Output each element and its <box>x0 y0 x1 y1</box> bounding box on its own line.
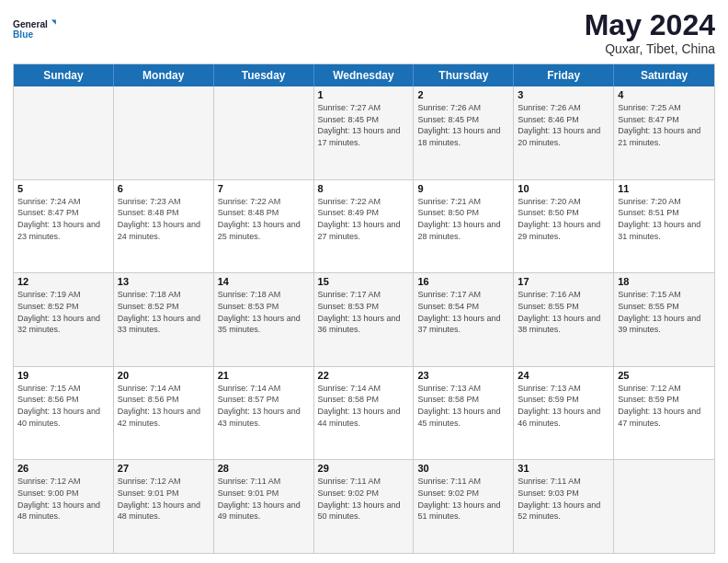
day-info: Sunrise: 7:12 AM Sunset: 9:01 PM Dayligh… <box>118 476 210 522</box>
calendar-header-row: SundayMondayTuesdayWednesdayThursdayFrid… <box>14 64 714 86</box>
day-info: Sunrise: 7:11 AM Sunset: 9:02 PM Dayligh… <box>417 476 509 522</box>
day-number: 14 <box>218 276 310 287</box>
day-number: 18 <box>618 276 711 287</box>
cal-cell: 30Sunrise: 7:11 AM Sunset: 9:02 PM Dayli… <box>414 460 514 553</box>
day-info: Sunrise: 7:18 AM Sunset: 8:52 PM Dayligh… <box>118 289 210 335</box>
cal-header-cell: Saturday <box>614 64 714 86</box>
cal-cell: 22Sunrise: 7:14 AM Sunset: 8:58 PM Dayli… <box>314 367 415 460</box>
cal-cell: 27Sunrise: 7:12 AM Sunset: 9:01 PM Dayli… <box>114 460 214 553</box>
cal-cell: 17Sunrise: 7:16 AM Sunset: 8:55 PM Dayli… <box>514 273 614 366</box>
cal-cell: 4Sunrise: 7:25 AM Sunset: 8:47 PM Daylig… <box>614 86 714 179</box>
cal-header-cell: Thursday <box>414 64 514 86</box>
day-number: 23 <box>417 370 509 381</box>
day-number: 21 <box>218 370 310 381</box>
cal-header-cell: Friday <box>514 64 614 86</box>
cal-header-cell: Sunday <box>14 64 114 86</box>
day-info: Sunrise: 7:16 AM Sunset: 8:55 PM Dayligh… <box>518 289 609 335</box>
cal-cell: 6Sunrise: 7:23 AM Sunset: 8:48 PM Daylig… <box>114 180 214 273</box>
day-number: 27 <box>118 463 210 474</box>
cal-header-cell: Wednesday <box>314 64 415 86</box>
day-info: Sunrise: 7:11 AM Sunset: 9:01 PM Dayligh… <box>218 476 310 522</box>
day-number: 20 <box>118 370 210 381</box>
day-info: Sunrise: 7:20 AM Sunset: 8:50 PM Dayligh… <box>518 196 609 242</box>
day-info: Sunrise: 7:21 AM Sunset: 8:50 PM Dayligh… <box>417 196 509 242</box>
cal-header-cell: Monday <box>114 64 214 86</box>
day-info: Sunrise: 7:25 AM Sunset: 8:47 PM Dayligh… <box>618 102 711 148</box>
cal-cell: 5Sunrise: 7:24 AM Sunset: 8:47 PM Daylig… <box>14 180 114 273</box>
cal-cell: 16Sunrise: 7:17 AM Sunset: 8:54 PM Dayli… <box>414 273 514 366</box>
day-info: Sunrise: 7:24 AM Sunset: 8:47 PM Dayligh… <box>17 196 109 242</box>
cal-cell: 9Sunrise: 7:21 AM Sunset: 8:50 PM Daylig… <box>414 180 514 273</box>
day-info: Sunrise: 7:13 AM Sunset: 8:59 PM Dayligh… <box>518 383 609 429</box>
cal-row: 5Sunrise: 7:24 AM Sunset: 8:47 PM Daylig… <box>14 180 714 274</box>
day-number: 9 <box>417 183 509 194</box>
day-number: 1 <box>318 89 410 100</box>
cal-cell: 12Sunrise: 7:19 AM Sunset: 8:52 PM Dayli… <box>14 273 114 366</box>
day-number: 2 <box>417 89 509 100</box>
cal-header-cell: Tuesday <box>214 64 314 86</box>
day-info: Sunrise: 7:11 AM Sunset: 9:03 PM Dayligh… <box>518 476 609 522</box>
cal-cell <box>114 86 214 179</box>
day-info: Sunrise: 7:23 AM Sunset: 8:48 PM Dayligh… <box>118 196 210 242</box>
cal-cell <box>614 460 714 553</box>
title-block: May 2024 Quxar, Tibet, China <box>585 9 715 56</box>
cal-cell: 14Sunrise: 7:18 AM Sunset: 8:53 PM Dayli… <box>214 273 314 366</box>
page: General Blue May 2024 Quxar, Tibet, Chin… <box>0 0 728 563</box>
subtitle: Quxar, Tibet, China <box>585 41 715 56</box>
day-number: 29 <box>318 463 410 474</box>
cal-cell: 7Sunrise: 7:22 AM Sunset: 8:48 PM Daylig… <box>214 180 314 273</box>
calendar-body: 1Sunrise: 7:27 AM Sunset: 8:45 PM Daylig… <box>14 86 714 553</box>
day-number: 19 <box>17 370 109 381</box>
day-number: 22 <box>318 370 410 381</box>
main-title: May 2024 <box>585 9 715 41</box>
cal-cell: 26Sunrise: 7:12 AM Sunset: 9:00 PM Dayli… <box>14 460 114 553</box>
day-number: 17 <box>518 276 609 287</box>
cal-row: 1Sunrise: 7:27 AM Sunset: 8:45 PM Daylig… <box>14 86 714 180</box>
cal-cell: 2Sunrise: 7:26 AM Sunset: 8:45 PM Daylig… <box>414 86 514 179</box>
cal-cell: 29Sunrise: 7:11 AM Sunset: 9:02 PM Dayli… <box>314 460 415 553</box>
day-info: Sunrise: 7:15 AM Sunset: 8:56 PM Dayligh… <box>17 383 109 429</box>
day-number: 15 <box>318 276 410 287</box>
day-info: Sunrise: 7:22 AM Sunset: 8:49 PM Dayligh… <box>318 196 410 242</box>
day-number: 12 <box>17 276 109 287</box>
day-number: 25 <box>618 370 711 381</box>
day-number: 30 <box>417 463 509 474</box>
svg-text:General: General <box>13 19 48 29</box>
cal-cell: 31Sunrise: 7:11 AM Sunset: 9:03 PM Dayli… <box>514 460 614 553</box>
day-info: Sunrise: 7:11 AM Sunset: 9:02 PM Dayligh… <box>318 476 410 522</box>
day-number: 16 <box>417 276 509 287</box>
day-info: Sunrise: 7:26 AM Sunset: 8:46 PM Dayligh… <box>518 102 609 148</box>
day-info: Sunrise: 7:22 AM Sunset: 8:48 PM Dayligh… <box>218 196 310 242</box>
day-info: Sunrise: 7:13 AM Sunset: 8:58 PM Dayligh… <box>417 383 509 429</box>
day-number: 24 <box>518 370 609 381</box>
cal-row: 26Sunrise: 7:12 AM Sunset: 9:00 PM Dayli… <box>14 460 714 553</box>
cal-cell: 18Sunrise: 7:15 AM Sunset: 8:55 PM Dayli… <box>614 273 714 366</box>
cal-cell: 25Sunrise: 7:12 AM Sunset: 8:59 PM Dayli… <box>614 367 714 460</box>
day-number: 6 <box>118 183 210 194</box>
day-number: 8 <box>318 183 410 194</box>
day-info: Sunrise: 7:14 AM Sunset: 8:58 PM Dayligh… <box>318 383 410 429</box>
cal-cell <box>214 86 314 179</box>
day-info: Sunrise: 7:20 AM Sunset: 8:51 PM Dayligh… <box>618 196 711 242</box>
cal-cell: 3Sunrise: 7:26 AM Sunset: 8:46 PM Daylig… <box>514 86 614 179</box>
day-number: 28 <box>218 463 310 474</box>
cal-cell: 21Sunrise: 7:14 AM Sunset: 8:57 PM Dayli… <box>214 367 314 460</box>
cal-cell: 11Sunrise: 7:20 AM Sunset: 8:51 PM Dayli… <box>614 180 714 273</box>
header: General Blue May 2024 Quxar, Tibet, Chin… <box>13 9 715 56</box>
cal-cell: 8Sunrise: 7:22 AM Sunset: 8:49 PM Daylig… <box>314 180 415 273</box>
cal-cell: 15Sunrise: 7:17 AM Sunset: 8:53 PM Dayli… <box>314 273 415 366</box>
cal-cell: 19Sunrise: 7:15 AM Sunset: 8:56 PM Dayli… <box>14 367 114 460</box>
day-info: Sunrise: 7:14 AM Sunset: 8:56 PM Dayligh… <box>118 383 210 429</box>
day-number: 7 <box>218 183 310 194</box>
svg-marker-2 <box>51 19 56 24</box>
logo-svg: General Blue <box>13 9 57 48</box>
day-number: 3 <box>518 89 609 100</box>
day-info: Sunrise: 7:18 AM Sunset: 8:53 PM Dayligh… <box>218 289 310 335</box>
day-info: Sunrise: 7:12 AM Sunset: 9:00 PM Dayligh… <box>17 476 109 522</box>
cal-row: 12Sunrise: 7:19 AM Sunset: 8:52 PM Dayli… <box>14 273 714 367</box>
cal-cell <box>14 86 114 179</box>
day-info: Sunrise: 7:27 AM Sunset: 8:45 PM Dayligh… <box>318 102 410 148</box>
cal-cell: 10Sunrise: 7:20 AM Sunset: 8:50 PM Dayli… <box>514 180 614 273</box>
day-number: 10 <box>518 183 609 194</box>
day-number: 13 <box>118 276 210 287</box>
